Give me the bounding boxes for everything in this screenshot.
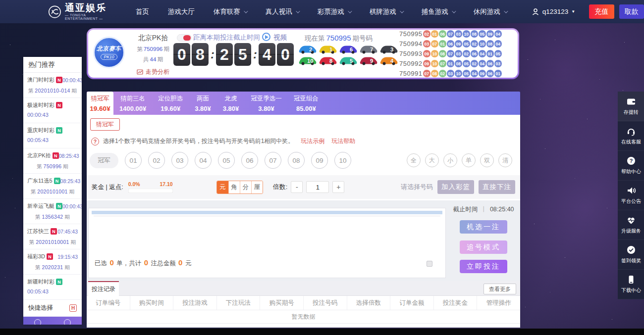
countdown-label: 距离本期投注截止时间	[193, 33, 260, 42]
sidebar-item-beijing-pk10[interactable]: 北京PK拾N08:25:43 第 750996 期	[23, 148, 82, 174]
bet-content: 猜冠军 ? 选择1个数字号码竞猜全部开奖号码，投注号码与开奖号码前1相同中奖。 …	[87, 115, 520, 200]
result-ball: 05	[463, 60, 470, 67]
user-menu[interactable]: q123123 ▼	[532, 8, 575, 16]
slip-scrollbar[interactable]	[92, 211, 442, 214]
sidebar-item-fucai-3d[interactable]: 福彩3DN19:15:43 第 2020231 期	[23, 249, 82, 275]
number-ball-06[interactable]: 06	[241, 152, 258, 169]
number-ball-02[interactable]: 02	[148, 152, 165, 169]
rail-item-customer-service[interactable]: 在线客服	[618, 121, 644, 151]
play-example-link[interactable]: 玩法示例	[301, 137, 324, 145]
nav-game-hall[interactable]: 游戏大厅	[168, 7, 195, 16]
tab-dragon-tiger[interactable]: 龙虎3.80¥	[217, 92, 245, 115]
nav-live-casino[interactable]: 真人视讯	[266, 7, 299, 16]
new-badge: N	[56, 102, 62, 108]
unit-yuan[interactable]: 元	[217, 181, 228, 193]
chase-mode-button[interactable]: 追号模式	[460, 240, 507, 254]
countdown-time: 08:25:43	[60, 178, 81, 184]
nav-casual-games[interactable]: 休闲游戏	[474, 7, 507, 16]
unit-fen[interactable]: 分	[240, 181, 251, 193]
tab-position[interactable]: 定位胆选19.60¥	[152, 92, 189, 115]
rail-item-download-center[interactable]: 下载中心	[618, 270, 644, 299]
footer-icon[interactable]	[34, 319, 41, 325]
sidebar-item-jiangsu-k3[interactable]: 江苏快三N07:45:43 第 20201010001 期	[23, 224, 82, 249]
countdown-time: 00:00:43	[27, 112, 78, 118]
number-ball-04[interactable]: 04	[195, 152, 212, 169]
tab-guan-ya-ji-pick1[interactable]: 冠亚季选一3.80¥	[245, 92, 288, 115]
add-to-basket-button[interactable]: 加入彩篮	[437, 180, 474, 194]
bet-now-button[interactable]: 立即投注	[460, 260, 507, 273]
number-ball-09[interactable]: 09	[311, 152, 328, 169]
result-balls: 07080203100504090601	[423, 70, 502, 77]
play-help-link[interactable]: 玩法帮助	[331, 137, 355, 145]
trend-chart-icon	[137, 69, 144, 75]
svg-text:5: 5	[350, 58, 353, 64]
countdown-time: 00:00:43	[62, 203, 82, 209]
sidebar-item-macau-ssc[interactable]: 澳门时时彩N00:00:43 第 20201010-014 期	[23, 73, 82, 98]
number-ball-07[interactable]: 07	[265, 152, 281, 169]
race-car-icon: 5	[339, 56, 358, 65]
select-all-checkbox[interactable]	[427, 261, 432, 267]
result-issue: 750991	[399, 70, 423, 77]
play-chip-guess-champion[interactable]: 猜冠军	[90, 118, 120, 131]
number-ball-03[interactable]: 03	[171, 152, 188, 169]
rail-item-transfer[interactable]: 存提转	[618, 92, 644, 121]
bet-records: 投注记录 查看更多 订单编号 购买时间 投注游戏 下注玩法 购买期号 投注号码 …	[87, 281, 520, 328]
sidebar-item-xinxingyun-feiting[interactable]: 新幸运飞艇N00:00:43 第 1356342 期	[23, 199, 82, 224]
unit-jiao[interactable]: 角	[228, 181, 240, 193]
quick-big[interactable]: 大	[425, 153, 439, 167]
divider	[94, 216, 440, 216]
multiplier-plus-button[interactable]: +	[332, 181, 344, 193]
tab-bet-records[interactable]: 投注记录	[88, 281, 119, 296]
rail-item-announcement[interactable]: 平台公告	[618, 181, 644, 210]
quick-odd[interactable]: 单	[462, 153, 476, 167]
unit-li[interactable]: 厘	[251, 181, 263, 193]
new-badge: N	[56, 127, 62, 134]
current-betting-issue: 第750996期	[127, 46, 179, 53]
brand-logo[interactable]: 通亚娱乐 — TONGYA ENTERTAINMENT —	[48, 3, 119, 20]
random-one-button[interactable]: 机选一注	[460, 220, 507, 234]
sidebar-item-guangdong-11x5[interactable]: 广东11选5N08:25:43 第 2020101001 期	[23, 174, 82, 199]
video-link[interactable]: 视频	[273, 33, 287, 42]
nav-home[interactable]: 首页	[136, 7, 149, 16]
number-select-row: 冠军 01 02 03 04 05 06 07 08 09 10 全 大 小	[90, 152, 520, 169]
tab-guess-champion[interactable]: 猜冠军19.60¥	[87, 92, 113, 115]
rail-item-help-center[interactable]: ? 帮助中心	[618, 151, 644, 181]
nav-fishing[interactable]: 捕鱼游戏	[422, 7, 455, 16]
withdraw-button[interactable]: 取款	[619, 4, 644, 19]
quick-select[interactable]: 快捷选择H	[23, 300, 82, 317]
rebate-slider[interactable]	[128, 189, 173, 193]
rail-item-signin-reward[interactable]: 签到领奖	[618, 240, 644, 270]
quick-all[interactable]: 全	[407, 153, 421, 167]
number-ball-08[interactable]: 08	[288, 152, 305, 169]
direct-bet-button[interactable]: 直接下注	[479, 180, 515, 194]
trend-analysis-link[interactable]: 走势分析	[127, 68, 179, 76]
multiplier-minus-button[interactable]: -	[291, 181, 303, 193]
sidebar-item-jisu-ssc[interactable]: 极速时时彩N 00:00:43	[23, 98, 82, 123]
race-car-icon: 3	[379, 45, 398, 54]
nav-lottery[interactable]: 彩票游戏	[318, 7, 351, 16]
sound-toggle[interactable]	[177, 34, 192, 42]
number-ball-05[interactable]: 05	[218, 152, 235, 169]
nav-sports[interactable]: 体育联赛	[214, 7, 247, 16]
svg-text:10: 10	[307, 58, 313, 64]
quick-even[interactable]: 双	[480, 153, 494, 167]
footer-icon[interactable]	[64, 319, 71, 325]
rail-item-upgrade-service[interactable]: 升级服务	[618, 210, 644, 240]
video-play-icon[interactable]	[262, 33, 270, 41]
deposit-button[interactable]: 充值	[589, 4, 614, 19]
multiplier-value[interactable]: 1	[306, 181, 329, 193]
view-more-button[interactable]: 查看更多	[483, 284, 516, 294]
quick-small[interactable]: 小	[443, 153, 457, 167]
sidebar-item-chongqing-ssc[interactable]: 重庆时时彩N 00:05:43	[23, 123, 82, 148]
tab-guan-ya-combo[interactable]: 冠亚组合85.00¥	[288, 92, 324, 115]
tab-guess-top3[interactable]: 猜前三名1400.00¥	[113, 92, 152, 115]
result-ball: 10	[455, 70, 462, 77]
colon: :	[211, 48, 215, 61]
tab-two-sides[interactable]: 两面3.80¥	[189, 92, 217, 115]
number-ball-01[interactable]: 01	[125, 152, 142, 169]
colon: :	[253, 48, 257, 61]
nav-board-games[interactable]: 棋牌游戏	[370, 7, 403, 16]
number-ball-10[interactable]: 10	[334, 152, 351, 169]
sidebar-item-xinjiang-ssc[interactable]: 新疆时时彩N 00:05:43	[23, 275, 82, 300]
quick-clear[interactable]: 清	[498, 153, 512, 167]
